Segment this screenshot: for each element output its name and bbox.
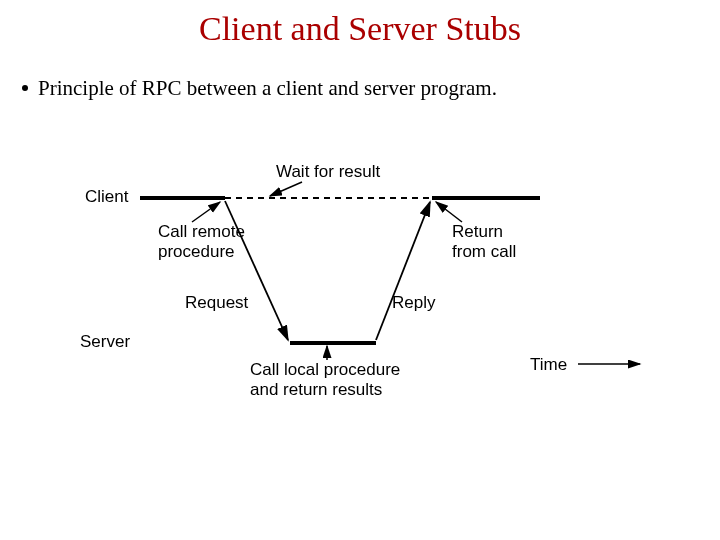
arrow-return-icon — [436, 202, 462, 222]
diagram-svg — [0, 0, 720, 540]
arrow-call-remote-icon — [192, 202, 220, 222]
arrow-wait-icon — [270, 182, 302, 196]
arrow-request-icon — [225, 201, 288, 340]
arrow-reply-icon — [376, 202, 430, 340]
